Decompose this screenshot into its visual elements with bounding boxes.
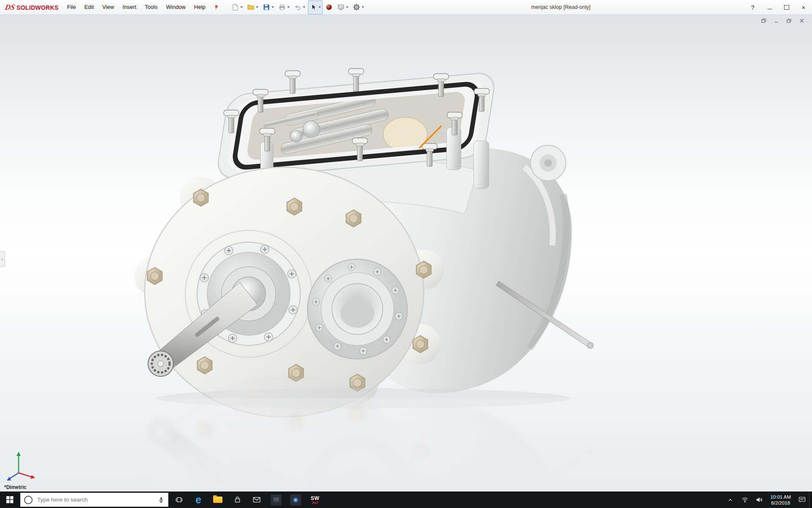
action-center-button[interactable] xyxy=(795,491,809,508)
restore-window-button[interactable] xyxy=(785,17,793,24)
menu-item-tools[interactable]: Tools xyxy=(140,0,162,14)
titlebar: DS SOLIDWORKS File Edit View Insert Tool… xyxy=(0,0,812,15)
wifi-icon xyxy=(741,497,749,503)
help-icon: ? xyxy=(751,4,754,11)
view-orientation-label: *Dimetric xyxy=(4,484,27,490)
help-button[interactable]: ? xyxy=(744,0,761,14)
solidworks-logo: DS SOLIDWORKS xyxy=(0,3,63,12)
store-icon[interactable] xyxy=(228,491,247,508)
select-tool-button[interactable] xyxy=(308,0,323,14)
windows-logo-icon xyxy=(6,496,14,503)
panel-collapse-arrow[interactable]: ‹ xyxy=(0,251,5,267)
print-button[interactable] xyxy=(277,0,291,14)
volume-icon xyxy=(756,497,763,503)
shopping-bag-icon xyxy=(234,496,241,503)
undo-button[interactable] xyxy=(292,0,307,14)
search-input[interactable] xyxy=(36,496,154,503)
taskbar-clock[interactable]: 10:01 AM 8/2/2018 xyxy=(766,494,795,506)
select-cursor-icon xyxy=(310,3,317,11)
chevron-down-icon[interactable] xyxy=(272,6,274,8)
chevron-down-icon[interactable] xyxy=(303,6,305,8)
maximize-icon xyxy=(784,5,789,10)
file-explorer-icon[interactable] xyxy=(208,491,228,508)
document-window-controls xyxy=(759,17,806,24)
close-window-icon xyxy=(799,18,804,23)
pin-menu-icon[interactable] xyxy=(213,4,219,11)
print-icon xyxy=(278,3,286,11)
task-view-icon xyxy=(175,496,183,503)
close-window-button[interactable] xyxy=(797,17,806,24)
restore-window-icon xyxy=(787,18,792,23)
chevron-down-icon[interactable] xyxy=(318,6,321,8)
chevron-down-icon[interactable] xyxy=(256,6,258,8)
appearance-sphere-icon xyxy=(325,3,333,11)
window-controls: ? × xyxy=(744,0,812,14)
network-status[interactable] xyxy=(738,491,752,508)
minimize-button[interactable] xyxy=(761,0,778,14)
document-title: menjac sklop [Read-only] xyxy=(531,4,590,10)
chevron-down-icon[interactable] xyxy=(346,6,348,8)
save-button[interactable] xyxy=(261,0,276,14)
edge-browser-icon[interactable]: e xyxy=(189,491,208,508)
viewport-3d[interactable]: ‹ xyxy=(0,15,812,491)
tile-window-icon xyxy=(761,18,766,23)
tile-window-button[interactable] xyxy=(759,17,768,24)
chevron-down-icon[interactable] xyxy=(362,6,364,8)
new-document-button[interactable] xyxy=(230,0,244,14)
close-button[interactable]: × xyxy=(795,0,812,14)
minimize-window-button[interactable] xyxy=(772,17,781,24)
undo-icon xyxy=(294,3,302,11)
screen: DS SOLIDWORKS File Edit View Insert Tool… xyxy=(0,0,812,508)
clock-date: 8/2/2018 xyxy=(770,500,791,506)
chevron-up-icon xyxy=(727,497,733,503)
chevron-down-icon[interactable] xyxy=(240,6,243,8)
volume-control[interactable] xyxy=(752,491,766,508)
options-button[interactable] xyxy=(351,0,366,14)
pinned-app-1-icon xyxy=(271,494,282,505)
apply-scene-button[interactable] xyxy=(335,0,350,14)
task-view-button[interactable] xyxy=(169,491,189,508)
menu-item-view[interactable]: View xyxy=(98,0,118,14)
chevron-down-icon[interactable] xyxy=(287,6,290,8)
pinned-app-1[interactable] xyxy=(266,491,286,508)
menu-item-insert[interactable]: Insert xyxy=(118,0,141,14)
menu-item-edit[interactable]: Edit xyxy=(80,0,98,14)
start-button[interactable] xyxy=(0,491,19,508)
close-icon: × xyxy=(802,4,806,11)
open-button[interactable] xyxy=(245,0,260,14)
taskbar: e SW xyxy=(0,491,812,508)
quick-access-toolbar xyxy=(230,0,366,14)
minimize-icon xyxy=(768,9,772,9)
tray-expand-button[interactable] xyxy=(723,491,738,508)
solidworks-wordmark: SOLIDWORKS xyxy=(16,4,58,11)
pinned-app-2[interactable] xyxy=(286,491,305,508)
cortana-icon[interactable] xyxy=(24,496,33,504)
menu-item-file[interactable]: File xyxy=(63,0,80,14)
ds-logo-icon: DS xyxy=(4,3,16,12)
cover-post xyxy=(474,141,489,188)
taskbar-search-box[interactable] xyxy=(20,493,168,507)
menu-item-help[interactable]: Help xyxy=(190,0,210,14)
orientation-triad xyxy=(6,449,36,482)
gear-icon xyxy=(353,3,360,11)
maximize-button[interactable] xyxy=(778,0,795,14)
open-folder-icon xyxy=(247,3,255,11)
mail-icon[interactable] xyxy=(247,491,266,508)
scene-icon xyxy=(337,3,345,11)
solidworks-2017-icon[interactable]: SW 2017 xyxy=(305,491,325,508)
microphone-icon[interactable] xyxy=(158,497,165,503)
y-axis-arrow xyxy=(16,452,21,456)
edge-logo-icon: e xyxy=(195,494,201,505)
clock-time: 10:01 AM xyxy=(770,494,791,500)
action-center-icon xyxy=(798,497,806,503)
show-desktop-button[interactable] xyxy=(809,491,812,508)
pinned-app-2-icon xyxy=(290,494,301,505)
folder-icon xyxy=(213,497,222,503)
gearbox-assembly-model[interactable] xyxy=(0,15,812,491)
solidworks-app-icon: SW 2017 xyxy=(311,496,319,504)
edit-appearance-button[interactable] xyxy=(324,0,335,14)
x-axis-arrow xyxy=(30,475,35,479)
sw-year: 2017 xyxy=(312,501,318,504)
gearbox-model-group[interactable] xyxy=(134,69,593,417)
menu-item-window[interactable]: Window xyxy=(162,0,190,14)
